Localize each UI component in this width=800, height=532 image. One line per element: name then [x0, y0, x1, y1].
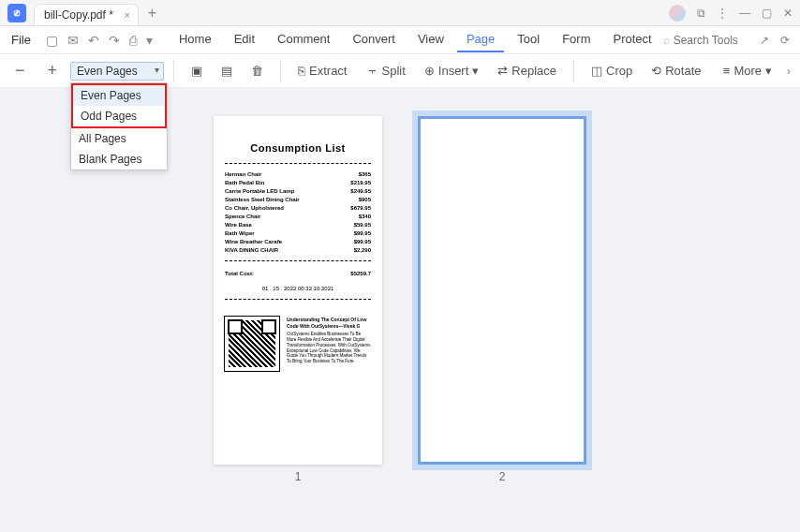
page-number-2: 2 [499, 470, 506, 483]
doc-date: 01 . 15 . 2022 00:32 10:2021 [225, 286, 371, 291]
rotate-icon: ⟲ [651, 64, 661, 78]
avatar[interactable] [669, 5, 686, 22]
search-input[interactable] [674, 34, 748, 47]
replace-icon: ⇄ [497, 64, 508, 78]
file-menu[interactable]: File [6, 33, 37, 47]
dropdown-selected[interactable]: Even Pages [70, 62, 164, 81]
page-thumbnail-2[interactable]: 2 [418, 116, 586, 532]
menu-tab-protect[interactable]: Protect [603, 27, 660, 52]
redo-icon[interactable]: ↷ [109, 33, 120, 48]
undo-icon[interactable]: ↶ [88, 33, 99, 48]
minimize-button[interactable]: — [739, 7, 750, 20]
list-item: Herman Chair$365 [225, 171, 371, 177]
extract-button[interactable]: ⎘Extract [290, 60, 354, 81]
sync-icon[interactable]: ⟳ [780, 34, 790, 47]
list-item: Co Chair, Upholstered$679.95 [225, 205, 371, 211]
list-item: Bath Pedal Bin$219.95 [225, 180, 371, 185]
zoom-in-button[interactable]: + [38, 61, 67, 81]
split-icon: ⫟ [366, 64, 378, 78]
qr-code [225, 317, 279, 371]
total-value: $5259.7 [350, 271, 371, 276]
more-chevron-icon[interactable]: ▾ [146, 33, 153, 48]
document-tab[interactable]: bill-Copy.pdf * × [34, 4, 139, 25]
menu-tab-tool[interactable]: Tool [508, 27, 549, 52]
page-filter-dropdown[interactable]: Even Pages Even Pages Odd Pages All Page… [70, 62, 164, 81]
total-label: Total Cost: [225, 271, 254, 276]
maximize-button[interactable]: ▢ [762, 7, 772, 20]
list-item: KIVA DINING CHAIR$2,290 [225, 247, 371, 253]
more-icon: ≡ [723, 64, 731, 78]
dropdown-list: Even Pages Odd Pages All Pages Blank Pag… [70, 82, 168, 170]
list-item: Wine Breather Carafe$99.95 [225, 239, 371, 244]
list-item: Wire Base$59.95 [225, 222, 371, 228]
close-button[interactable]: ✕ [783, 7, 793, 20]
add-tab-button[interactable]: + [148, 5, 156, 22]
menu-tab-page[interactable]: Page [457, 27, 504, 52]
save-icon[interactable]: ▢ [46, 33, 58, 48]
list-item: Bath Wiper$99.95 [225, 230, 371, 236]
menu-tab-convert[interactable]: Convert [343, 27, 405, 52]
menu-tab-form[interactable]: Form [553, 27, 600, 52]
more-button[interactable]: ≡More ▾ [716, 60, 779, 81]
dropdown-item-blank[interactable]: Blank Pages [71, 149, 167, 170]
page-2 [418, 116, 586, 465]
mail-icon[interactable]: ✉ [67, 33, 79, 48]
list-item: Stainless Steel Dining Chair$905 [225, 197, 371, 202]
overflow-icon[interactable]: ⋮ [717, 7, 728, 20]
print-icon[interactable]: ⎙ [129, 33, 137, 48]
search-icon: ⌕ [663, 34, 670, 47]
share-icon[interactable]: ↗ [760, 34, 769, 47]
titlebar: ⎚ bill-Copy.pdf * × + ⧉ ⋮ — ▢ ✕ [0, 0, 800, 26]
crop-button[interactable]: ◫Crop [584, 60, 640, 81]
crop-icon: ◫ [591, 64, 602, 78]
popout-icon[interactable]: ⧉ [697, 7, 705, 20]
close-tab-icon[interactable]: × [124, 9, 129, 21]
dropdown-item-all[interactable]: All Pages [71, 128, 167, 149]
insert-icon: ⊕ [424, 64, 435, 78]
chevron-down-icon: ▾ [472, 64, 479, 78]
replace-button[interactable]: ⇄Replace [490, 60, 564, 81]
page-thumbnail-1[interactable]: Consumption List Herman Chair$365Bath Pe… [214, 116, 382, 532]
chevron-down-icon: ▾ [765, 64, 772, 78]
menu-tab-edit[interactable]: Edit [225, 27, 264, 52]
page-tool-1[interactable]: ▣ [184, 60, 210, 81]
article-text: Understanding The Concept Of Low Code Wi… [287, 317, 371, 371]
tab-title: bill-Copy.pdf * [44, 8, 113, 22]
menu-tab-home[interactable]: Home [170, 27, 221, 52]
menu-tab-view[interactable]: View [408, 27, 453, 52]
page-toolbar: − + Even Pages Even Pages Odd Pages All … [0, 54, 800, 88]
delete-page-button[interactable]: 🗑 [244, 60, 271, 81]
menubar: File ▢ ✉ ↶ ↷ ⎙ ▾ HomeEditCommentConvertV… [0, 26, 800, 54]
page-number-1: 1 [295, 470, 302, 483]
split-button[interactable]: ⫟Split [359, 60, 413, 81]
page-1: Consumption List Herman Chair$365Bath Pe… [214, 116, 382, 465]
rotate-button[interactable]: ⟲Rotate [644, 60, 708, 81]
scroll-right-icon[interactable]: › [783, 65, 794, 78]
extract-icon: ⎘ [298, 64, 305, 78]
app-icon: ⎚ [7, 4, 26, 22]
doc-title: Consumption List [225, 142, 371, 154]
dropdown-item-even[interactable]: Even Pages [73, 85, 165, 106]
insert-button[interactable]: ⊕Insert ▾ [417, 60, 487, 81]
page-tool-2[interactable]: ▤ [214, 60, 240, 81]
search-tools[interactable]: ⌕ [663, 34, 748, 47]
list-item: Spence Chair$340 [225, 214, 371, 219]
list-item: Carrie Portable LED Lamp$249.95 [225, 188, 371, 194]
dropdown-item-odd[interactable]: Odd Pages [73, 106, 165, 126]
zoom-out-button[interactable]: − [6, 61, 35, 81]
menu-tab-comment[interactable]: Comment [268, 27, 339, 52]
